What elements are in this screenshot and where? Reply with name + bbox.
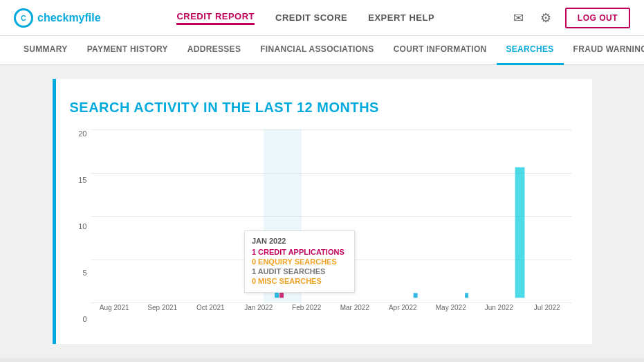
x-label-apr22: Apr 2022 <box>379 304 427 311</box>
subnav-searches[interactable]: SEARCHES <box>497 36 564 65</box>
svg-rect-3 <box>465 293 468 298</box>
chart-container: SEARCH ACTIVITY IN THE LAST 12 MONTHS 20… <box>53 79 592 344</box>
x-label-may22: May 2022 <box>427 304 475 311</box>
x-label-oct21: Oct 2021 <box>187 304 235 311</box>
logo-myfile: myfile <box>68 12 100 24</box>
x-label-jan22: Jan 2022 <box>234 304 283 311</box>
tooltip-credit-applications: 1 CREDIT APPLICATIONS <box>252 248 347 256</box>
x-label-sep21: Sep 2021 <box>138 304 187 311</box>
y-label-5: 5 <box>70 269 87 277</box>
y-label-15: 15 <box>70 176 87 184</box>
subnav-court-information[interactable]: COURT INFORMATION <box>384 36 497 65</box>
header-right: ✉ ⚙ LOG OUT <box>510 8 630 28</box>
logo-c: C <box>21 14 26 22</box>
svg-rect-1 <box>279 292 284 298</box>
mail-button[interactable]: ✉ <box>510 8 526 28</box>
svg-rect-2 <box>413 293 417 298</box>
page-wrapper: C checkmyfile CREDIT REPORT CREDIT SCORE… <box>0 0 644 362</box>
subnav-summary[interactable]: SUMMARY <box>14 36 77 65</box>
footer-strip <box>0 358 644 362</box>
tooltip-enquiry-searches: 0 ENQUIRY SEARCHES <box>252 257 347 266</box>
nav-credit-report[interactable]: CREDIT REPORT <box>176 11 255 25</box>
x-label-mar22: Mar 2022 <box>331 304 379 311</box>
x-label-jul22: Jul 2022 <box>523 304 571 311</box>
logout-button[interactable]: LOG OUT <box>565 8 630 28</box>
subnav-financial-associations[interactable]: FINANCIAL ASSOCIATIONS <box>250 36 383 65</box>
svg-rect-0 <box>275 292 279 298</box>
svg-rect-4 <box>515 168 524 298</box>
x-label-jun22: Jun 2022 <box>475 304 524 311</box>
y-label-10: 10 <box>70 222 87 230</box>
chart-title: SEARCH ACTIVITY IN THE LAST 12 MONTHS <box>70 100 571 116</box>
tooltip-misc-searches: 0 MISC SEARCHES <box>252 277 347 285</box>
chart-tooltip: JAN 2022 1 CREDIT APPLICATIONS 0 ENQUIRY… <box>244 230 355 293</box>
chart-area: 20 15 10 5 0 <box>91 129 571 323</box>
nav-expert-help[interactable]: EXPERT HELP <box>368 12 434 23</box>
main-nav: CREDIT REPORT CREDIT SCORE EXPERT HELP <box>176 11 434 25</box>
header: C checkmyfile CREDIT REPORT CREDIT SCORE… <box>0 0 644 36</box>
nav-credit-score[interactable]: CREDIT SCORE <box>275 12 347 23</box>
y-label-0: 0 <box>70 315 87 323</box>
logo-icon: C <box>14 8 33 28</box>
tooltip-date: JAN 2022 <box>252 237 347 245</box>
settings-button[interactable]: ⚙ <box>537 8 554 28</box>
y-axis: 20 15 10 5 0 <box>70 129 87 323</box>
x-label-feb22: Feb 2022 <box>283 304 331 311</box>
x-label-aug21: Aug 2021 <box>91 304 139 311</box>
subnav: SUMMARY PAYMENT HISTORY ADDRESSES FINANC… <box>0 36 644 65</box>
subnav-addresses[interactable]: ADDRESSES <box>178 36 250 65</box>
subnav-payment-history[interactable]: PAYMENT HISTORY <box>77 36 178 65</box>
x-axis: Aug 2021 Sep 2021 Oct 2021 Jan 2022 Feb … <box>91 304 571 323</box>
logo: C checkmyfile <box>14 8 101 28</box>
grid-line-0 <box>91 302 571 303</box>
tooltip-audit-searches: 1 AUDIT SEARCHES <box>252 267 347 275</box>
logo-text: checkmyfile <box>37 12 101 24</box>
y-label-20: 20 <box>70 129 87 138</box>
main-content: SEARCH ACTIVITY IN THE LAST 12 MONTHS 20… <box>0 65 644 358</box>
subnav-fraud-warnings[interactable]: FRAUD WARNINGS <box>564 36 644 65</box>
logo-check: check <box>37 12 68 24</box>
